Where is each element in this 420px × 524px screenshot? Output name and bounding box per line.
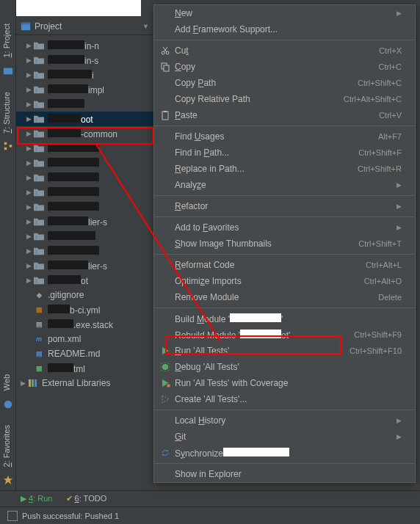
- menu-item-cut[interactable]: CutCtrl+X: [154, 43, 415, 59]
- menu-item-local-history[interactable]: Local History▶: [154, 412, 415, 429]
- module-folder-node[interactable]: ▶: [16, 200, 153, 214]
- menu-item-show-in-explorer[interactable]: Show in Explorer: [154, 466, 415, 482]
- expand-arrow-icon[interactable]: ▶: [26, 218, 34, 225]
- tab-favorites[interactable]: 2: Favorites: [0, 419, 15, 473]
- svg-rect-24: [36, 280, 37, 283]
- expand-arrow-icon[interactable]: ▶: [21, 379, 28, 387]
- module-folder-node[interactable]: ▶in-s: [16, 53, 153, 68]
- menu-item-add-framework-support[interactable]: Add Framework Support...: [154, 21, 415, 37]
- expand-arrow-icon[interactable]: ▶: [26, 42, 34, 49]
- svg-rect-37: [167, 384, 170, 387]
- menu-item-analyze[interactable]: Analyze▶: [154, 177, 415, 193]
- menu-item-run-all-tests-with-coverage[interactable]: Run 'All Tests' with Coverage: [154, 375, 415, 391]
- menu-item-remove-module[interactable]: Remove ModuleDelete: [154, 289, 415, 305]
- svg-rect-27: [35, 379, 37, 387]
- menu-separator: [154, 410, 415, 410]
- module-folder-node[interactable]: ▶lier-s: [16, 214, 153, 229]
- module-folder-node[interactable]: ▶: [16, 244, 153, 258]
- menu-item-copy-path[interactable]: Copy PathCtrl+Shift+C: [154, 75, 415, 91]
- project-view-header[interactable]: Project ▼: [16, 18, 153, 35]
- menu-item-create-all-tests[interactable]: Create 'All Tests'...: [154, 391, 415, 407]
- status-icon[interactable]: [7, 511, 18, 521]
- menu-item-copy-relative-path[interactable]: Copy Relative PathCtrl+Alt+Shift+C: [154, 91, 415, 107]
- file-node[interactable]: ▦tml: [16, 361, 153, 376]
- menu-item-synchronize[interactable]: Synchronize: [154, 445, 415, 461]
- svg-rect-22: [36, 250, 37, 253]
- menu-item-rebuild-module[interactable]: Rebuild Module 'ot'Ctrl+Shift+F9: [154, 327, 415, 343]
- menu-shortcut: Ctrl+Alt+L: [366, 261, 402, 269]
- menu-item-show-image-thumbnails[interactable]: Show Image ThumbnailsCtrl+Shift+T: [154, 236, 415, 252]
- expand-arrow-icon[interactable]: ▶: [26, 57, 34, 64]
- file-node[interactable]: ◆.gitignore: [16, 288, 153, 302]
- blank-icon: [159, 313, 172, 324]
- file-node[interactable]: ▤.exe.stack: [16, 317, 153, 332]
- module-folder-node[interactable]: ▶oot: [16, 112, 153, 126]
- module-folder-node[interactable]: ▶lier-s: [16, 258, 153, 273]
- tab-web[interactable]: Web: [0, 368, 15, 396]
- dropdown-arrow-icon[interactable]: ▼: [142, 23, 149, 30]
- menu-item-optimize-imports[interactable]: Optimize ImportsCtrl+Alt+O: [154, 273, 415, 289]
- tab-project[interactable]: 1: Project: [0, 18, 15, 64]
- menu-item-copy[interactable]: CopyCtrl+C: [154, 59, 415, 75]
- expand-arrow-icon[interactable]: ▶: [26, 101, 34, 108]
- expand-arrow-icon[interactable]: ▶: [26, 86, 34, 93]
- module-folder-node[interactable]: ▶: [16, 156, 153, 170]
- expand-arrow-icon[interactable]: ▶: [26, 203, 34, 211]
- menu-item-add-to-favorites[interactable]: Add to Favorites▶: [154, 219, 415, 236]
- module-folder-node[interactable]: ▶: [16, 185, 153, 200]
- menu-item-debug-all-tests[interactable]: Debug 'All Tests': [154, 359, 415, 375]
- menu-separator: [154, 40, 415, 40]
- expand-arrow-icon[interactable]: ▶: [26, 247, 34, 255]
- expand-arrow-icon[interactable]: ▶: [26, 159, 34, 167]
- folder-icon: [34, 41, 44, 50]
- external-libraries-node[interactable]: ▶External Libraries: [16, 376, 153, 390]
- svg-rect-26: [32, 379, 34, 387]
- menu-item-find-usages[interactable]: Find UsagesAlt+F7: [154, 128, 415, 145]
- menu-shortcut: Ctrl+X: [379, 46, 402, 55]
- tab-structure[interactable]: 7: Structure: [0, 86, 15, 139]
- project-tree[interactable]: ▶in-n▶in-s▶i▶impl▶▶oot▶-common▶▶▶▶▶▶lier…: [16, 35, 153, 390]
- menu-separator: [154, 125, 415, 126]
- expand-arrow-icon[interactable]: ▶: [26, 145, 34, 152]
- menu-item-git[interactable]: Git▶: [154, 429, 415, 445]
- module-folder-node[interactable]: ▶ot: [16, 273, 153, 288]
- svg-rect-17: [36, 177, 37, 180]
- folder-icon: [34, 70, 44, 79]
- module-folder-node[interactable]: ▶impl: [16, 82, 153, 97]
- module-folder-node[interactable]: ▶-common: [16, 126, 153, 141]
- run-tool-button[interactable]: ▶ 4: Run: [21, 494, 53, 503]
- expand-arrow-icon[interactable]: ▶: [26, 174, 34, 181]
- folder-icon: [34, 188, 44, 197]
- file-node[interactable]: ▦b-ci.yml: [16, 302, 153, 317]
- expand-arrow-icon[interactable]: ▶: [26, 277, 34, 284]
- menu-item-paste[interactable]: PasteCtrl+V: [154, 107, 415, 123]
- module-folder-node[interactable]: ▶: [16, 229, 153, 244]
- menu-item-build-module[interactable]: Build Module '': [154, 310, 415, 327]
- module-folder-node[interactable]: ▶: [16, 97, 153, 112]
- expand-arrow-icon[interactable]: ▶: [26, 189, 34, 196]
- todo-tool-button[interactable]: ✔ 6: TODO: [66, 494, 107, 503]
- blank-icon: [159, 163, 172, 175]
- blank-icon: [159, 415, 172, 426]
- module-folder-node[interactable]: ▶in-n: [16, 38, 153, 53]
- menu-separator: [154, 254, 415, 255]
- menu-item-replace-in-path[interactable]: Replace in Path...Ctrl+Shift+R: [154, 161, 415, 177]
- menu-item-find-in-path[interactable]: Find in Path...Ctrl+Shift+F: [154, 145, 415, 161]
- file-node[interactable]: ▤README.md: [16, 346, 153, 361]
- blank-icon: [159, 468, 172, 480]
- menu-item-run-all-tests[interactable]: Run 'All Tests'Ctrl+Shift+F10: [154, 343, 415, 359]
- status-bar: Push successful: Pushed 1: [0, 506, 420, 524]
- module-folder-node[interactable]: ▶: [16, 141, 153, 156]
- expand-arrow-icon[interactable]: ▶: [26, 262, 34, 269]
- expand-arrow-icon[interactable]: ▶: [26, 130, 34, 137]
- svg-rect-19: [36, 206, 37, 209]
- file-node[interactable]: mpom.xml: [16, 332, 153, 346]
- module-folder-node[interactable]: ▶: [16, 170, 153, 185]
- expand-arrow-icon[interactable]: ▶: [26, 233, 34, 240]
- expand-arrow-icon[interactable]: ▶: [26, 115, 34, 123]
- menu-item-new[interactable]: New▶: [154, 5, 415, 21]
- menu-item-reformat-code[interactable]: Reformat CodeCtrl+Alt+L: [154, 257, 415, 273]
- module-folder-node[interactable]: ▶i: [16, 68, 153, 82]
- expand-arrow-icon[interactable]: ▶: [26, 71, 34, 79]
- menu-item-refactor[interactable]: Refactor▶: [154, 198, 415, 214]
